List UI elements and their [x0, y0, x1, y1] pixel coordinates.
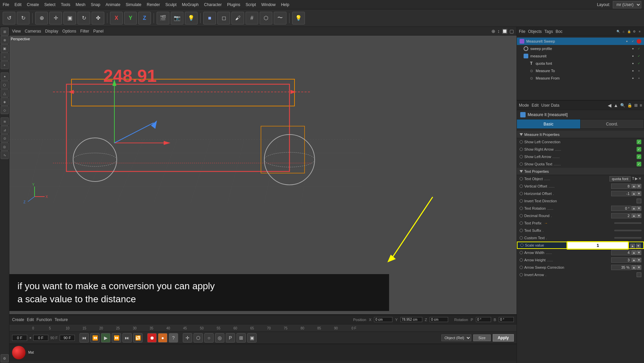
z-axis-btn[interactable]: Z	[138, 12, 151, 24]
arrow-height-value[interactable]: 3	[611, 257, 631, 263]
move-tool[interactable]: ✛	[49, 12, 62, 24]
left-tool-14[interactable]: ◎	[1, 143, 9, 151]
omgr-tags[interactable]: Tags	[544, 29, 553, 34]
omgr-gear-icon[interactable]: ⚙	[632, 29, 637, 34]
menu-render[interactable]: Render	[147, 2, 160, 7]
tab-basic[interactable]: Basic	[517, 119, 581, 128]
aw-up[interactable]: ▲	[632, 250, 636, 255]
show-right-arrow-check[interactable]: ✓	[637, 147, 641, 152]
left-tool-13[interactable]: ⊙	[1, 134, 9, 142]
tr-down[interactable]: ▼	[637, 206, 641, 211]
snap-btn-3[interactable]: ○	[204, 333, 214, 343]
go-start-btn[interactable]: ⏮	[79, 333, 89, 343]
sv-up[interactable]: ▲	[630, 244, 635, 248]
end-frame-input[interactable]	[60, 335, 75, 341]
start-frame-input[interactable]	[12, 335, 27, 341]
redo-button[interactable]: ↻	[17, 12, 30, 24]
dr-up[interactable]: ▲	[632, 213, 636, 218]
deform-tool[interactable]: 〜	[274, 12, 286, 24]
obj-item-1[interactable]: sweep profile ● ✓	[517, 45, 644, 52]
left-tool-7[interactable]: ⬡	[1, 81, 9, 89]
layout-dropdown[interactable]: mr (User)	[613, 1, 641, 8]
light-btn[interactable]: 💡	[292, 12, 305, 24]
ho-up[interactable]: ▲	[632, 191, 636, 196]
rec-orange-btn[interactable]: ●	[158, 333, 167, 343]
arrow-width-value[interactable]: 4	[611, 250, 631, 255]
custom-text-value[interactable]	[614, 237, 641, 239]
text-rotation-value[interactable]: 0 °	[611, 206, 631, 211]
prev-frame-btn[interactable]: ⏪	[90, 333, 100, 343]
vp-icon-2[interactable]: ↕	[497, 29, 500, 34]
vo-down[interactable]: ▼	[637, 184, 641, 189]
props-mode[interactable]: Mode	[519, 103, 529, 108]
tl-texture[interactable]: Texture	[55, 317, 68, 322]
scale-tool[interactable]: ▣	[63, 12, 76, 24]
camera-tool[interactable]: 📷	[171, 12, 183, 24]
horizontal-offset-value[interactable]: -1	[611, 191, 631, 196]
obj-vis-mf2[interactable]: ●	[637, 76, 641, 81]
tl-z-input[interactable]	[430, 317, 448, 322]
tl-y-input[interactable]	[400, 317, 422, 322]
section-text-props[interactable]: Text Properties	[517, 168, 644, 175]
obj-item-0[interactable]: MeasureIt Sweep ● ✓	[517, 38, 644, 45]
left-tool-15[interactable]: ∿	[1, 151, 9, 159]
obj-item-2[interactable]: measureit ● ✓	[517, 52, 644, 60]
left-tool-10[interactable]: ◇	[1, 106, 9, 114]
left-tool-12[interactable]: ⊿	[1, 126, 9, 134]
apply-button[interactable]: Apply	[493, 334, 514, 342]
obj-vis-qf2[interactable]: ✓	[637, 61, 641, 66]
menu-plugins[interactable]: Plugins	[227, 2, 240, 7]
left-tool-11[interactable]: ≋	[1, 117, 9, 125]
x-axis-btn[interactable]: X	[110, 12, 123, 24]
text-prefix-value[interactable]	[614, 222, 641, 224]
obj-vis-sp1[interactable]: ●	[631, 46, 635, 51]
section-measure-it[interactable]: Measure It Properties	[517, 131, 644, 138]
snap-btn-2[interactable]: ⬡	[194, 333, 203, 343]
props-edit[interactable]: Edit	[532, 103, 539, 108]
dr-down[interactable]: ▼	[637, 213, 641, 218]
text-suffix-value[interactable]	[614, 230, 641, 231]
menu-select[interactable]: Select	[44, 2, 55, 7]
ah-up[interactable]: ▲	[632, 258, 636, 262]
obj-vis-qf1[interactable]: ●	[631, 61, 635, 66]
loop-btn[interactable]: 🔁	[133, 333, 143, 343]
show-left-arrow-check[interactable]: ✓	[637, 154, 641, 159]
menu-window[interactable]: Window	[261, 2, 276, 7]
props-userdata[interactable]: User Data	[541, 103, 559, 108]
menu-file[interactable]: File	[3, 2, 9, 7]
vp-menu-cameras[interactable]: Cameras	[25, 29, 41, 34]
obj-item-4[interactable]: ⊙ Measure To ● ●	[517, 67, 644, 74]
ho-down[interactable]: ▼	[637, 191, 641, 196]
grid-tool[interactable]: #	[246, 12, 258, 24]
arrow-sweep-value[interactable]: 35 %	[611, 265, 631, 270]
obj-vis-mi2[interactable]: ✓	[637, 54, 641, 58]
record-btn[interactable]: ⏺	[147, 333, 157, 343]
obj-item-5[interactable]: ⊙ Measure From ● ●	[517, 74, 644, 82]
vp-icon-3[interactable]: 🔲	[502, 29, 507, 34]
obj-item-3[interactable]: T quota font ● ✓	[517, 60, 644, 67]
show-left-connection-check[interactable]: ✓	[637, 140, 641, 144]
menu-mograph[interactable]: MoGraph	[182, 2, 199, 7]
snap-btn-6[interactable]: ⊞	[236, 333, 246, 343]
rotate-tool[interactable]: ↻	[77, 12, 90, 24]
left-tool-bottom[interactable]: ⚙	[1, 354, 9, 362]
tab-coord[interactable]: Coord.	[581, 119, 644, 128]
props-grid-icon[interactable]: ⊞	[634, 103, 638, 108]
menu-sculpt[interactable]: Sculpt	[165, 2, 176, 7]
left-tool-5[interactable]: +	[1, 61, 9, 69]
tl-create[interactable]: Create	[12, 317, 24, 322]
snap-btn-4[interactable]: ◎	[215, 333, 224, 343]
tl-x-input[interactable]	[374, 317, 392, 322]
omgr-settings-icon[interactable]: ≡	[637, 29, 642, 34]
omgr-file[interactable]: File	[519, 29, 525, 34]
omgr-search-icon[interactable]: 🔍	[616, 29, 621, 34]
left-tool-3[interactable]: ▣	[1, 44, 9, 52]
menu-animate[interactable]: Animate	[106, 2, 120, 7]
size-button[interactable]: Size	[473, 334, 490, 341]
snap-btn-1[interactable]: ✛	[183, 333, 192, 343]
text-obj-arrow[interactable]: ▶	[635, 176, 638, 181]
obj-vis-0[interactable]: ●	[625, 39, 629, 44]
menu-help[interactable]: Help	[281, 2, 289, 7]
select-tool[interactable]: ⊕	[35, 12, 48, 24]
obj-vis-mt2[interactable]: ●	[637, 68, 641, 73]
